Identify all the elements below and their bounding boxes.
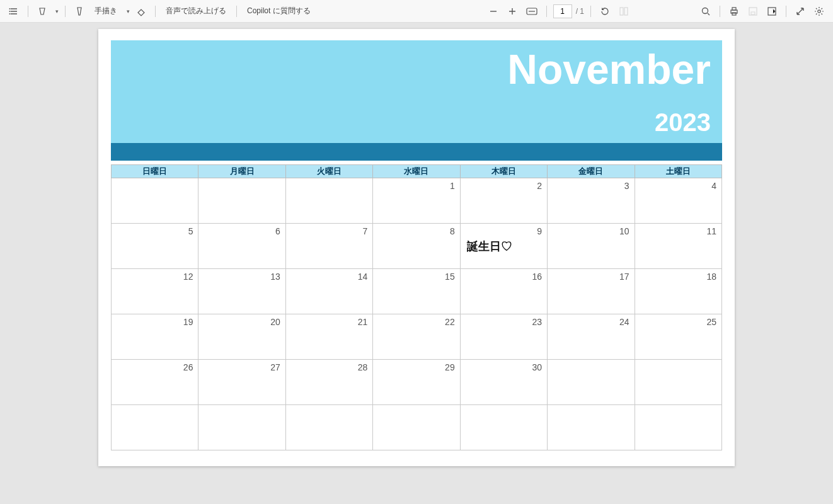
- calendar-row: 19 20 21 22 23 24 25: [112, 314, 722, 360]
- calendar-cell: 27: [198, 360, 285, 405]
- separator: [590, 6, 591, 17]
- separator: [546, 6, 547, 17]
- separator: [786, 6, 786, 17]
- calendar-cell: [373, 405, 460, 450]
- separator: [720, 6, 720, 17]
- month-title: November: [111, 45, 711, 93]
- page-total-label: / 1: [576, 7, 584, 16]
- weekday-header: 日曜日: [112, 165, 198, 178]
- calendar-header: November 2023: [111, 40, 722, 143]
- svg-rect-8: [732, 8, 736, 10]
- calendar-cell: [285, 178, 372, 224]
- chevron-down-icon[interactable]: ▾: [54, 8, 59, 14]
- calendar-cell: 10: [548, 224, 635, 269]
- year-title: 2023: [111, 108, 711, 137]
- document-viewer[interactable]: November 2023 日曜日 月曜日 火曜日 水曜日 木曜日 金曜日 土曜…: [0, 23, 833, 504]
- calendar-cell: 8: [373, 224, 460, 269]
- calendar-page: November 2023 日曜日 月曜日 火曜日 水曜日 木曜日 金曜日 土曜…: [98, 29, 735, 466]
- calendar-cell: 5: [112, 224, 198, 269]
- weekday-header: 金曜日: [548, 165, 635, 178]
- calendar-cell: 17: [548, 269, 635, 314]
- page-view-icon[interactable]: [616, 4, 631, 19]
- print-icon[interactable]: [727, 4, 742, 19]
- calendar-cell: 14: [285, 269, 372, 314]
- header-stripe: [111, 143, 722, 161]
- svg-point-2: [9, 13, 11, 14]
- calendar-cell: [285, 405, 372, 450]
- weekday-header: 木曜日: [460, 165, 547, 178]
- calendar-cell: 13: [198, 269, 285, 314]
- svg-point-6: [703, 8, 708, 13]
- pen-icon[interactable]: [72, 4, 87, 19]
- calendar-row: 12 13 14 15 16 17 18: [112, 269, 722, 314]
- calendar-cell: [112, 405, 198, 450]
- calendar-cell: 16: [460, 269, 547, 314]
- pdf-toolbar: ▾ 手描き ▾ 音声で読み上げる Copilot に質問する / 1: [0, 0, 833, 23]
- fit-width-icon[interactable]: [524, 4, 540, 19]
- calendar-cell: 9 誕生日♡: [460, 224, 547, 269]
- zoom-in-icon[interactable]: [505, 4, 520, 19]
- calendar-cell: [635, 405, 721, 450]
- calendar-row: 26 27 28 29 30: [112, 360, 722, 405]
- svg-rect-10: [749, 8, 757, 15]
- day-number: 9: [537, 226, 542, 236]
- svg-rect-5: [624, 8, 628, 15]
- calendar-cell: 29: [373, 360, 460, 405]
- separator: [236, 6, 237, 17]
- highlighter-icon[interactable]: [35, 4, 50, 19]
- read-aloud-button[interactable]: 音声で読み上げる: [162, 6, 230, 16]
- draw-button[interactable]: 手描き: [91, 6, 121, 16]
- calendar-cell: [548, 405, 635, 450]
- calendar-cell: 6: [198, 224, 285, 269]
- svg-rect-4: [620, 8, 623, 15]
- calendar-cell: 18: [635, 269, 721, 314]
- fullscreen-icon[interactable]: [793, 4, 808, 19]
- calendar-cell: 1: [373, 178, 460, 224]
- calendar-cell: 21: [285, 314, 372, 360]
- svg-point-0: [9, 8, 11, 9]
- calendar-cell: 19: [112, 314, 198, 360]
- settings-icon[interactable]: [812, 4, 827, 19]
- weekday-header: 土曜日: [635, 165, 721, 178]
- copilot-button[interactable]: Copilot に質問する: [243, 6, 314, 16]
- svg-rect-11: [751, 12, 755, 14]
- separator: [28, 6, 28, 17]
- svg-point-13: [818, 9, 820, 12]
- weekday-header: 月曜日: [198, 165, 285, 178]
- calendar-cell: [198, 405, 285, 450]
- calendar-cell: 3: [548, 178, 635, 224]
- calendar-cell: 15: [373, 269, 460, 314]
- search-icon[interactable]: [698, 4, 713, 19]
- calendar-cell: 26: [112, 360, 198, 405]
- handwritten-annotation: 誕生日♡: [467, 239, 512, 254]
- calendar-cell: 4: [635, 178, 721, 224]
- calendar-row: 5 6 7 8 9 誕生日♡ 10 11: [112, 224, 722, 269]
- zoom-out-icon[interactable]: [486, 4, 501, 19]
- weekday-header: 水曜日: [373, 165, 460, 178]
- calendar-row: [112, 405, 722, 450]
- calendar-cell: 12: [112, 269, 198, 314]
- calendar-cell: 7: [285, 224, 372, 269]
- svg-point-1: [9, 11, 11, 12]
- calendar-grid: 日曜日 月曜日 火曜日 水曜日 木曜日 金曜日 土曜日 1 2 3 4: [111, 164, 722, 450]
- save-as-icon[interactable]: [764, 4, 779, 19]
- calendar-cell: [112, 178, 198, 224]
- calendar-cell: [460, 405, 547, 450]
- calendar-cell: [548, 360, 635, 405]
- rotate-icon[interactable]: [597, 4, 612, 19]
- calendar-row: 1 2 3 4: [112, 178, 722, 224]
- page-number-input[interactable]: [553, 4, 572, 18]
- save-icon[interactable]: [745, 4, 761, 19]
- chevron-down-icon[interactable]: ▾: [125, 8, 130, 14]
- toc-icon[interactable]: [6, 4, 21, 19]
- calendar-cell: [198, 178, 285, 224]
- calendar-cell: [635, 360, 721, 405]
- weekday-header-row: 日曜日 月曜日 火曜日 水曜日 木曜日 金曜日 土曜日: [112, 165, 722, 178]
- calendar-cell: 30: [460, 360, 547, 405]
- separator: [155, 6, 156, 17]
- eraser-icon[interactable]: [134, 4, 149, 19]
- weekday-header: 火曜日: [285, 165, 372, 178]
- calendar-cell: 2: [460, 178, 547, 224]
- calendar-cell: 25: [635, 314, 721, 360]
- calendar-cell: 28: [285, 360, 372, 405]
